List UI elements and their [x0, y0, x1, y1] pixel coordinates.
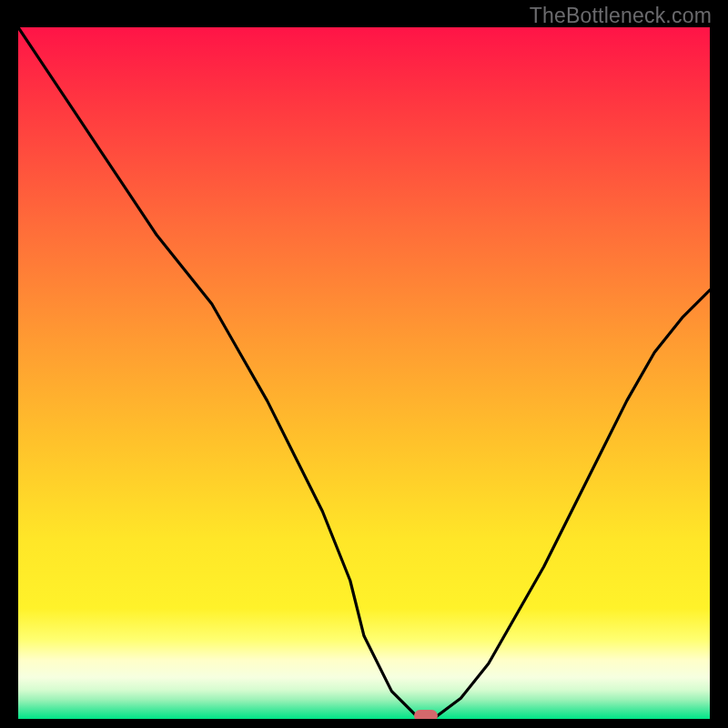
- minimum-marker: [414, 710, 438, 719]
- bottleneck-curve: [18, 27, 710, 719]
- plot-area: [18, 27, 710, 719]
- watermark-text: TheBottleneck.com: [530, 4, 712, 28]
- chart-frame: TheBottleneck.com: [0, 0, 728, 728]
